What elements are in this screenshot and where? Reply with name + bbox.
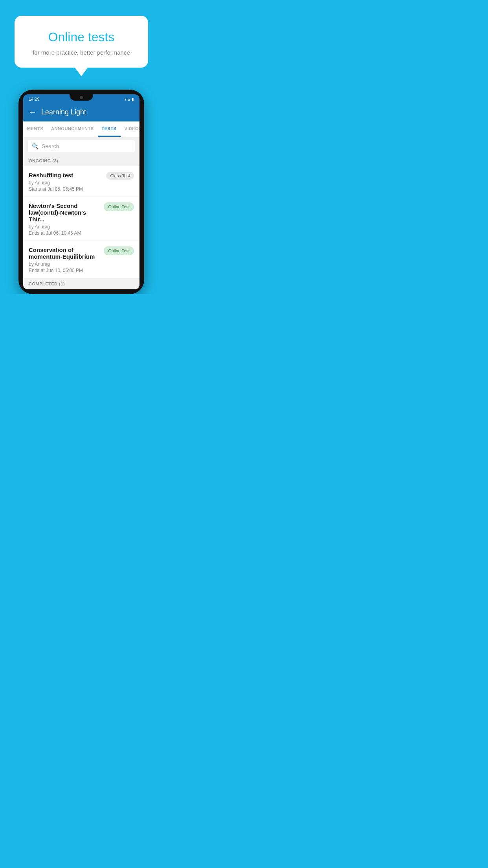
test-date: Ends at Jun 10, 06:00 PM: [29, 268, 100, 273]
status-icons: ▾ ▴ ▮: [125, 97, 134, 101]
test-date: Starts at Jul 05, 05:45 PM: [29, 186, 102, 192]
search-icon: 🔍: [32, 143, 39, 149]
test-badge-online: Online Test: [104, 246, 134, 255]
tabs-bar: MENTS ANNOUNCEMENTS TESTS VIDEOS: [23, 121, 139, 137]
phone-notch: [70, 94, 93, 101]
test-by: by Anurag: [29, 180, 102, 186]
tab-ments[interactable]: MENTS: [23, 121, 47, 137]
status-time: 14:29: [29, 97, 40, 101]
phone-camera: [80, 96, 83, 99]
search-container: 🔍 Search: [23, 137, 139, 155]
test-item[interactable]: Conservation of momentum-Equilibrium by …: [23, 241, 139, 278]
ongoing-section-header: ONGOING (3): [23, 155, 139, 166]
test-badge-class: Class Test: [106, 172, 134, 180]
wifi-icon: ▾: [125, 97, 127, 101]
battery-icon: ▮: [132, 97, 134, 101]
tab-tests[interactable]: TESTS: [98, 121, 121, 137]
test-info: Conservation of momentum-Equilibrium by …: [29, 246, 104, 273]
signal-icon: ▴: [128, 97, 130, 101]
test-info: Reshuffling test by Anurag Starts at Jul…: [29, 172, 106, 192]
bubble-subtitle: for more practice, better performance: [30, 49, 132, 56]
search-placeholder: Search: [42, 143, 59, 149]
bubble-title: Online tests: [30, 30, 132, 44]
phone-screen: ← Learning Light MENTS ANNOUNCEMENTS TES…: [23, 103, 139, 289]
test-item[interactable]: Reshuffling test by Anurag Starts at Jul…: [23, 166, 139, 197]
app-header: ← Learning Light: [23, 103, 139, 121]
test-name: Conservation of momentum-Equilibrium: [29, 246, 100, 260]
back-button[interactable]: ←: [29, 108, 37, 117]
tab-videos[interactable]: VIDEOS: [121, 121, 139, 137]
completed-section-header: COMPLETED (1): [23, 278, 139, 289]
status-bar: 14:29 ▾ ▴ ▮: [23, 94, 139, 103]
speech-bubble: Online tests for more practice, better p…: [15, 16, 148, 68]
test-by: by Anurag: [29, 224, 100, 230]
search-bar[interactable]: 🔍 Search: [28, 140, 135, 152]
test-name: Reshuffling test: [29, 172, 102, 178]
test-badge-online: Online Test: [104, 202, 134, 211]
test-by: by Anurag: [29, 261, 100, 267]
app-title: Learning Light: [41, 108, 86, 116]
tab-announcements[interactable]: ANNOUNCEMENTS: [47, 121, 98, 137]
test-name: Newton's Second law(contd)-Newton's Thir…: [29, 202, 100, 223]
test-date: Ends at Jul 06, 10:45 AM: [29, 230, 100, 236]
test-item[interactable]: Newton's Second law(contd)-Newton's Thir…: [23, 197, 139, 241]
phone-frame: 14:29 ▾ ▴ ▮ ← Learning Light MENTS ANNOU…: [18, 90, 144, 294]
test-info: Newton's Second law(contd)-Newton's Thir…: [29, 202, 104, 236]
